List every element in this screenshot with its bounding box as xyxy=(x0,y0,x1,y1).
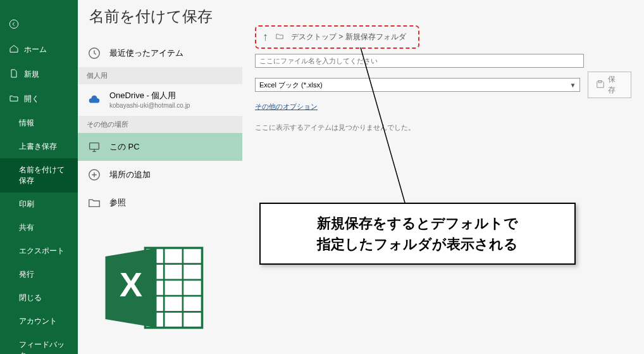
empty-message: ここに表示するアイテムは見つかりませんでした。 xyxy=(255,123,631,132)
onedrive-sub: kobayashi-uki@hotmail.co.jp xyxy=(109,101,190,110)
svg-text:X: X xyxy=(120,265,142,303)
sidebar-label-save: 上書き保存 xyxy=(19,141,57,152)
sidebar-label-home: ホーム xyxy=(24,44,47,55)
onedrive-title: OneDrive - 個人用 xyxy=(109,91,190,101)
location-label-browse: 参照 xyxy=(109,197,126,208)
annotation-callout: 新規保存をするとデフォルトで 指定したフォルダが表示される xyxy=(259,203,576,265)
cloud-icon xyxy=(87,92,102,108)
svg-rect-2 xyxy=(90,142,99,149)
section-other: その他の場所 xyxy=(78,116,242,133)
location-addplace[interactable]: 場所の追加 xyxy=(78,161,242,189)
chevron-down-icon: ▼ xyxy=(570,82,576,89)
sidebar-label-close: 閉じる xyxy=(19,293,42,303)
clock-icon xyxy=(87,46,102,61)
breadcrumb-seg1: デスクトップ xyxy=(291,32,337,41)
filetype-row: Excel ブック (*.xlsx) ▼ 保存 xyxy=(255,72,631,98)
home-icon xyxy=(9,44,19,56)
callout-line1: 新規保存をするとデフォルトで xyxy=(273,213,562,234)
sidebar-item-open[interactable]: 開く xyxy=(0,87,78,111)
app-root: ホーム 新規 開く 情報 上書き保存 名前を付けて保存 印刷 共有 xyxy=(0,0,644,354)
excel-logo: X xyxy=(97,236,211,340)
sidebar-label-print: 印刷 xyxy=(19,199,34,210)
back-arrow[interactable] xyxy=(0,13,78,37)
sidebar-item-home[interactable]: ホーム xyxy=(0,37,78,62)
breadcrumb-text: デスクトップ > 新規保存フォルダ xyxy=(291,32,406,42)
callout-line2: 指定したフォルダが表示される xyxy=(273,234,562,255)
location-recent[interactable]: 最近使ったアイテム xyxy=(78,39,242,67)
sidebar-item-publish[interactable]: 発行 xyxy=(0,263,78,286)
location-onedrive-text: OneDrive - 個人用 kobayashi-uki@hotmail.co.… xyxy=(109,91,190,110)
filetype-select[interactable]: Excel ブック (*.xlsx) ▼ xyxy=(255,78,580,92)
sidebar-item-account[interactable]: アカウント xyxy=(0,310,78,333)
save-button-label: 保存 xyxy=(608,74,623,96)
sidebar-item-feedback[interactable]: フィードバック xyxy=(0,333,78,354)
page-title: 名前を付けて保存 xyxy=(78,6,242,39)
sidebar-label-new: 新規 xyxy=(24,69,39,80)
add-place-icon xyxy=(87,167,102,182)
location-thispc[interactable]: この PC xyxy=(78,133,242,161)
sidebar-item-saveas[interactable]: 名前を付けて保存 xyxy=(0,158,78,193)
new-icon xyxy=(9,68,19,80)
more-options-link[interactable]: その他のオプション xyxy=(255,102,318,111)
breadcrumb-seg2: 新規保存フォルダ xyxy=(345,32,406,41)
sidebar-item-new[interactable]: 新規 xyxy=(0,62,78,87)
section-personal: 個人用 xyxy=(78,67,242,84)
sidebar-item-export[interactable]: エクスポート xyxy=(0,239,78,263)
sidebar-label-feedback: フィードバック xyxy=(19,339,69,354)
breadcrumb-highlighted[interactable]: ↑ デスクトップ > 新規保存フォルダ xyxy=(255,25,419,49)
pc-icon xyxy=(87,139,102,155)
content-area: 名前を付けて保存 最近使ったアイテム 個人用 OneDrive - 個人用 ko… xyxy=(78,0,644,354)
sidebar-label-open: 開く xyxy=(24,94,39,104)
backstage-sidebar: ホーム 新規 開く 情報 上書き保存 名前を付けて保存 印刷 共有 xyxy=(0,0,78,354)
breadcrumb-sep: > xyxy=(338,32,343,41)
svg-rect-13 xyxy=(599,80,602,82)
breadcrumb-folder-icon xyxy=(275,32,285,42)
sidebar-item-info[interactable]: 情報 xyxy=(0,111,78,135)
folder-icon xyxy=(87,195,102,210)
location-label-thispc: この PC xyxy=(109,141,140,153)
location-label-recent: 最近使ったアイテム xyxy=(109,47,183,59)
locations-column: 名前を付けて保存 最近使ったアイテム 個人用 OneDrive - 個人用 ko… xyxy=(78,0,242,354)
save-main-panel: ↑ デスクトップ > 新規保存フォルダ Excel ブック (*.xlsx) ▼ xyxy=(242,0,644,354)
sidebar-item-print[interactable]: 印刷 xyxy=(0,193,78,216)
save-disk-icon xyxy=(596,80,605,91)
sidebar-item-close[interactable]: 閉じる xyxy=(0,286,78,310)
filename-input[interactable] xyxy=(255,54,584,68)
sidebar-label-publish: 発行 xyxy=(19,269,34,280)
back-icon xyxy=(9,19,19,31)
up-arrow-icon[interactable]: ↑ xyxy=(263,30,268,44)
sidebar-label-account: アカウント xyxy=(19,316,57,327)
sidebar-label-share: 共有 xyxy=(19,222,34,233)
sidebar-label-export: エクスポート xyxy=(19,246,65,256)
open-icon xyxy=(9,93,19,105)
sidebar-item-save[interactable]: 上書き保存 xyxy=(0,135,78,158)
sidebar-item-share[interactable]: 共有 xyxy=(0,216,78,239)
sidebar-label-saveas: 名前を付けて保存 xyxy=(19,165,69,186)
location-label-addplace: 場所の追加 xyxy=(109,169,151,180)
svg-point-0 xyxy=(9,20,18,28)
save-button[interactable]: 保存 xyxy=(588,72,631,98)
filetype-value: Excel ブック (*.xlsx) xyxy=(259,80,323,90)
location-browse[interactable]: 参照 xyxy=(78,189,242,217)
sidebar-label-info: 情報 xyxy=(19,118,34,129)
location-onedrive[interactable]: OneDrive - 個人用 kobayashi-uki@hotmail.co.… xyxy=(78,84,242,116)
